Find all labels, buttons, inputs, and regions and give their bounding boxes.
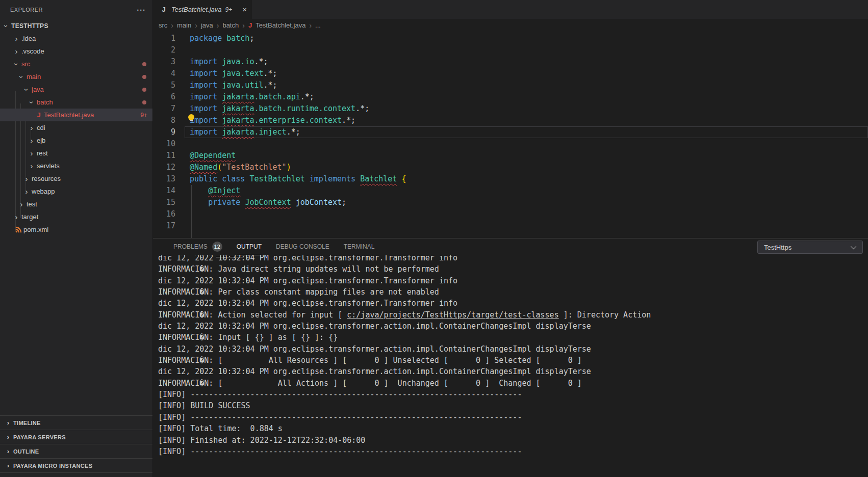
output-text: dic 12, 2022 10:32:04 PM org.eclipse.tra… [158, 255, 457, 262]
breadcrumb-item-src[interactable]: src [159, 21, 167, 29]
code-token: @Dependent [190, 151, 236, 160]
output-text: dic 12, 2022 10:32:04 PM org.eclipse.tra… [158, 344, 591, 354]
output-text: INFORMACI�N: Action selected for input [ [158, 310, 347, 320]
tab-close-icon[interactable]: × [242, 5, 247, 14]
panel-tab-output[interactable]: OUTPUT [237, 238, 262, 255]
code-token: public class [190, 174, 249, 183]
tree-item-testbatchlet-java[interactable]: JTestBatchlet.java9+ [0, 109, 152, 121]
breadcrumb-item--[interactable]: ... [315, 21, 321, 29]
tree-item-label: .idea [21, 35, 36, 42]
panel-tab-debug-console[interactable]: DEBUG CONSOLE [276, 238, 329, 255]
code-token: TestBatchlet [249, 174, 309, 183]
code-line-text [185, 208, 868, 220]
code-editor[interactable]: 1package batch;23import java.io.*;4impor… [153, 32, 868, 238]
line-number: 3 [153, 56, 175, 68]
tree-item-main[interactable]: ›main [0, 70, 152, 83]
breadcrumb-item-main[interactable]: main [177, 21, 191, 29]
panel-tab-label: TERMINAL [344, 243, 375, 250]
chevron-down-icon: › [2, 22, 10, 30]
code-token: @Inject [208, 186, 240, 195]
output-text: dic 12, 2022 10:32:04 PM org.eclipse.tra… [158, 299, 457, 308]
breadcrumb-item-TestBatchlet-java[interactable]: TestBatchlet.java [256, 21, 305, 29]
java-file-icon: J [35, 111, 43, 119]
code-token: .batch.api [254, 92, 300, 101]
code-line-text [185, 44, 868, 56]
chevron-right-icon: › [12, 213, 20, 221]
breadcrumb-item-java[interactable]: java [201, 21, 213, 29]
code-token: package [190, 34, 226, 43]
breadcrumb-item-batch[interactable]: batch [222, 21, 239, 29]
tree-item--idea[interactable]: ›.idea [0, 32, 152, 45]
code-line-text: private JobContext jobContext; [185, 197, 868, 208]
code-token: .*; [264, 69, 277, 78]
output-text: dic 12, 2022 10:32:04 PM org.eclipse.tra… [158, 322, 591, 331]
breadcrumb-separator: › [217, 21, 219, 30]
output-channel-select[interactable]: TestHttps [757, 241, 863, 254]
section-payara-micro-instances[interactable]: ›PAYARA MICRO INSTANCES [0, 458, 152, 472]
code-token [291, 198, 296, 207]
tree-item-pom-xml[interactable]: pom.xml [0, 223, 152, 236]
code-line-text: import jakarta.enterprise.context.*; [185, 115, 868, 126]
chevron-right-icon: › [22, 175, 31, 183]
code-token: JobContext [245, 198, 291, 207]
java-file-icon: J [248, 21, 252, 29]
code-token: private [208, 198, 245, 207]
output-line: INFORMACI�N: Action selected for input [… [158, 309, 868, 321]
code-line-text: import jakarta.batch.api.*; [185, 91, 868, 103]
code-token: jakarta [222, 92, 254, 101]
line-number: 16 [153, 208, 175, 220]
tree-item-label: resources [32, 175, 61, 182]
tree-item-target[interactable]: ›target [0, 210, 152, 223]
output-line: [INFO] Total time: 0.884 s [158, 423, 868, 434]
chevron-down-icon: › [22, 86, 31, 94]
explorer-header: EXPLORER ⋯ [0, 0, 152, 19]
tree-item-testhttps[interactable]: ›TESTHTTPS [0, 19, 152, 32]
tree-item-ejb[interactable]: ›ejb [0, 134, 152, 147]
code-token: .*; [254, 57, 268, 66]
code-token: import [190, 104, 222, 113]
output-text: dic 12, 2022 10:32:04 PM org.eclipse.tra… [158, 276, 457, 285]
code-token: ( [217, 163, 222, 172]
tree-item-servlets[interactable]: ›servlets [0, 160, 152, 172]
error-dot-badge [142, 62, 146, 66]
tree-item--vscode[interactable]: ›.vscode [0, 45, 152, 58]
tree-item-batch[interactable]: ›batch [0, 96, 152, 109]
output-log: dic 12, 2022 10:32:04 PM org.eclipse.tra… [153, 255, 868, 477]
tree-item-src[interactable]: ›src [0, 58, 152, 70]
output-line: [INFO] ---------------------------------… [158, 389, 868, 400]
panel-tab-problems[interactable]: PROBLEMS12 [173, 238, 222, 255]
tree-item-label: main [27, 73, 41, 81]
lightbulb-quickfix-icon[interactable] [188, 114, 194, 120]
panel-tab-terminal[interactable]: TERMINAL [344, 238, 375, 255]
code-line-11: 11@Dependent [153, 150, 868, 162]
breadcrumb-separator: › [171, 21, 173, 30]
section-timeline[interactable]: ›TIMELINE [0, 415, 152, 430]
tab-testbatchlet-java[interactable]: J TestBatchlet.java 9+ × [153, 0, 252, 19]
output-text: INFORMACI�N: Per class constant mapping … [158, 287, 439, 297]
tree-item-test[interactable]: ›test [0, 198, 152, 210]
output-text: INFORMACI�N: [ All Resources ] [ 0 ] Uns… [158, 356, 582, 365]
code-token: import [190, 69, 222, 78]
tree-item-cdi[interactable]: ›cdi [0, 121, 152, 134]
explorer-title: EXPLORER [10, 7, 43, 13]
code-token: .*; [300, 92, 314, 101]
tree-item-java[interactable]: ›java [0, 83, 152, 96]
section-outline[interactable]: ›OUTLINE [0, 444, 152, 458]
output-line: INFORMACI�N: Per class constant mapping … [158, 286, 868, 298]
more-actions-icon[interactable]: ⋯ [137, 5, 146, 15]
section-payara-servers[interactable]: ›PAYARA SERVERS [0, 430, 152, 444]
tree-item-label: webapp [32, 188, 55, 195]
tree-item-resources[interactable]: ›resources [0, 172, 152, 185]
code-token: { [401, 174, 406, 183]
code-token: java.util [222, 81, 263, 90]
output-line: [INFO] BUILD SUCCESS [158, 400, 868, 411]
tree-item-rest[interactable]: ›rest [0, 147, 152, 160]
line-number: 5 [153, 80, 175, 91]
chevron-right-icon: › [28, 137, 36, 145]
output-file-link[interactable]: c:/java/projects/TestHttps/target/test-c… [347, 310, 558, 320]
tree-item-webapp[interactable]: ›webapp [0, 185, 152, 198]
line-number: 15 [153, 197, 175, 208]
code-line-text: @Named("TestBatchlet") [185, 162, 868, 173]
breadcrumb-separator: › [242, 21, 245, 30]
code-line-6: 6import jakarta.batch.api.*; [153, 91, 868, 103]
